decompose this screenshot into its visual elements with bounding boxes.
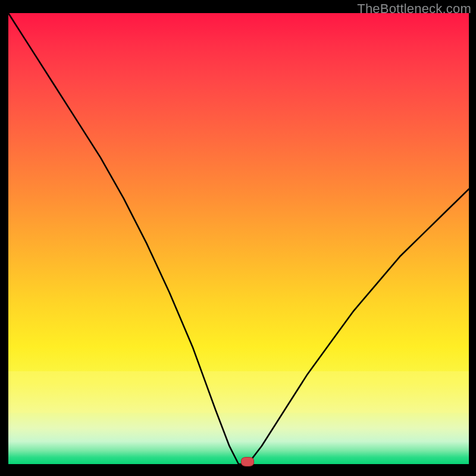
chart-frame [8,13,469,464]
minimum-marker [241,457,254,466]
bottleneck-curve [8,13,469,464]
